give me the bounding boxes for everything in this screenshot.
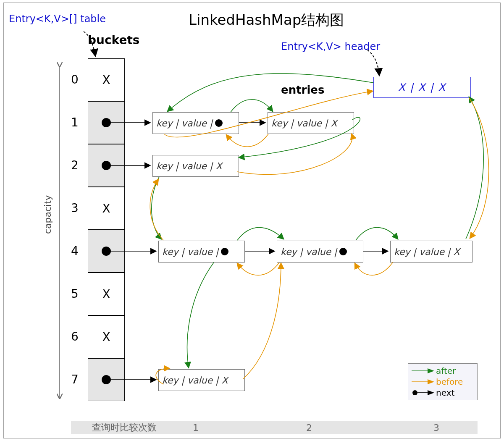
pointer-dot-icon [102,161,111,170]
bucket-index: 3 [71,201,79,215]
bucket-cell: X [88,273,125,315]
entry-node: key | value | X [158,369,245,391]
entry-text: key | value | [162,247,218,257]
axis-tick: 3 [433,423,439,433]
legend-row-next: next [411,387,475,398]
legend-row-after: after [411,365,475,376]
bucket-index: 7 [71,373,79,386]
axis-label: 查询时比较次数 [92,421,157,434]
comparison-axis: 查询时比较次数 1 2 3 [71,421,478,434]
entry-node: key | value | [277,241,363,262]
pointer-dot-icon [102,375,111,384]
entry-node: key | value | [158,241,245,262]
svg-marker-6 [428,390,434,395]
bucket-cell: X [88,187,125,230]
header-node-label: Entry<K,V> header [281,41,380,52]
bucket-index: 0 [71,73,79,87]
bucket-index: 4 [71,244,79,258]
svg-marker-1 [428,368,434,373]
entry-node: key | value | X [152,155,239,177]
bucket-index: 2 [71,158,79,172]
legend-label: next [436,388,454,398]
entries-label: entries [281,84,324,96]
pointer-dot-icon [215,119,223,127]
bucket-index: 6 [71,330,79,344]
table-array-label: Entry<K,V>[] table [9,13,106,25]
bucket-cell: X [88,58,125,101]
header-entry-node: X | X | X [373,77,471,98]
legend-row-before: before [411,376,475,387]
empty-mark: X [102,202,110,215]
bucket-cell: X [88,315,125,358]
axis-tick: 2 [306,423,312,433]
buckets-label: buckets [88,33,139,47]
pointer-dot-icon [102,247,111,256]
bucket-cell [88,144,125,187]
entry-text: key | value | [281,247,337,257]
axis-tick: 1 [193,423,199,433]
bucket-cell [88,230,125,273]
empty-mark: X [102,330,110,344]
entry-node: key | value | [152,112,239,134]
pointer-dot-icon [339,248,347,255]
bucket-cell [88,101,125,144]
capacity-label: capacity [42,195,53,234]
legend-label: after [436,366,456,376]
empty-mark: X [102,73,110,87]
empty-mark: X [102,287,110,301]
bucket-index: 1 [71,116,79,129]
svg-point-4 [412,390,417,395]
entry-text: key | value | X [156,161,222,171]
bucket-index: 5 [71,287,79,301]
legend: after before next [408,363,478,400]
pointer-dot-icon [102,118,111,127]
legend-label: before [436,377,463,387]
entry-text: key | value | X [271,118,337,129]
entry-node: key | value | X [390,241,472,262]
diagram-frame: Entry<K,V>[] table LinkedHashMap结构图 buck… [3,3,501,438]
entry-node: key | value | X [268,112,354,134]
svg-marker-3 [428,379,434,384]
entry-text: key | value | X [394,247,459,257]
bucket-cell [88,358,125,401]
diagram-title: LinkedHashMap结构图 [189,10,344,30]
pointer-dot-icon [221,248,228,255]
entry-text: key | value | X [162,375,228,386]
entry-text: key | value | [156,118,213,129]
